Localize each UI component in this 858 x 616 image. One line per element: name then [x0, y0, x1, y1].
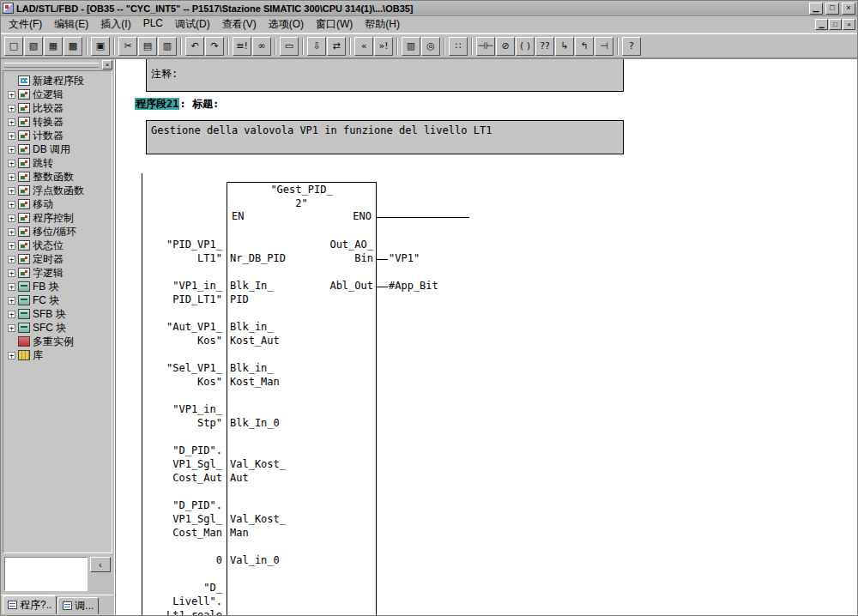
mdi-minimize-button[interactable]: ▁: [815, 19, 828, 30]
insert-contact-negated-button[interactable]: ⊘: [496, 37, 515, 56]
zoom-button[interactable]: ◎: [421, 37, 440, 56]
input-operand[interactable]: "D_Livell".Lt1 reale: [142, 582, 222, 615]
redo-button[interactable]: ↷: [205, 37, 224, 56]
menu-文件f[interactable]: 文件(F): [3, 15, 48, 33]
network-comment-box[interactable]: Gestione della valovola VP1 in funzione …: [146, 120, 624, 154]
print-button[interactable]: ▣: [91, 37, 110, 56]
expand-icon[interactable]: +: [8, 118, 15, 126]
expand-icon[interactable]: +: [8, 242, 15, 250]
go-next-button[interactable]: »!: [374, 37, 393, 56]
menu-帮助h[interactable]: 帮助(H): [359, 15, 406, 33]
open-button[interactable]: ▧: [24, 37, 43, 56]
symbol-info-button[interactable]: ≡!: [233, 37, 251, 56]
input-operand[interactable]: "VP1_in_Stp": [142, 403, 222, 431]
menu-插入i[interactable]: 插入(I): [94, 15, 136, 33]
panel-dock-strip[interactable]: ×: [1, 59, 114, 70]
address-overview-button[interactable]: ∷: [449, 37, 468, 56]
input-operand[interactable]: "Sel_VP1_Kos": [142, 362, 222, 390]
input-operand[interactable]: "VP1_in_PID_LT1": [142, 280, 222, 307]
cut-button[interactable]: ✂: [118, 37, 137, 56]
input-operand[interactable]: "D_PID".VP1_Sgl_Cost_Man: [142, 499, 222, 541]
fbd-editor[interactable]: 注释: 程序段21: 标题: Gestione della valovola V…: [115, 59, 857, 615]
expand-icon[interactable]: +: [8, 256, 15, 263]
expand-icon[interactable]: +: [8, 160, 15, 167]
ob-comment-box[interactable]: 注释:: [146, 59, 624, 92]
panel-close-icon[interactable]: ×: [102, 60, 112, 69]
expand-icon[interactable]: +: [8, 146, 15, 154]
input-operand[interactable]: "D_PID".VP1_Sgl_Cost_Aut: [142, 444, 222, 486]
minimize-button[interactable]: ▁: [809, 3, 823, 15]
input-operand[interactable]: "Aut_VP1_Kos": [142, 321, 222, 348]
catalog-item-float-functions[interactable]: +浮点数函数: [5, 184, 112, 197]
close-branch-button[interactable]: ↰: [575, 37, 594, 56]
save-all-button[interactable]: ▩: [63, 37, 82, 56]
input-operand[interactable]: 0: [142, 554, 222, 568]
view-split-button[interactable]: ▥: [402, 37, 420, 56]
catalog-item-shift-rotate[interactable]: +移位/循环: [5, 225, 112, 239]
catalog-item-converter[interactable]: +转换器: [5, 115, 112, 129]
expand-icon[interactable]: +: [8, 228, 15, 236]
overview-toggle-button[interactable]: ‹: [90, 557, 111, 572]
expand-icon[interactable]: +: [8, 283, 15, 291]
tab-program-elements[interactable]: 程序?..: [3, 595, 57, 614]
catalog-item-move[interactable]: +移动: [5, 197, 112, 211]
copy-button[interactable]: ▤: [138, 37, 157, 56]
catalog-item-bit-logic[interactable]: +位逻辑: [5, 88, 112, 101]
mdi-restore-button[interactable]: □: [829, 19, 842, 30]
close-button[interactable]: ×: [842, 3, 855, 15]
expand-icon[interactable]: +: [8, 105, 15, 112]
catalog-item-db-call[interactable]: +DB 调用: [5, 142, 112, 156]
catalog-item-fc-blocks[interactable]: +FC 块: [5, 293, 112, 307]
expand-icon[interactable]: +: [8, 214, 15, 222]
insert-contact-button[interactable]: ⊣⊢: [476, 37, 495, 56]
expand-icon[interactable]: +: [8, 201, 15, 208]
context-help-button[interactable]: ?: [622, 37, 641, 56]
menu-调试d[interactable]: 调试(D): [169, 15, 216, 33]
catalog-item-multi-instance[interactable]: 多重实例: [5, 335, 112, 348]
catalog-item-libraries[interactable]: +库: [5, 348, 112, 362]
input-operand[interactable]: "PID_VP1_LT1": [142, 239, 222, 266]
insert-coil-button[interactable]: ( ): [516, 37, 535, 56]
catalog-item-new-network[interactable]: 新建程序段: [5, 74, 112, 88]
expand-icon[interactable]: +: [8, 173, 15, 181]
catalog-item-sfc-blocks[interactable]: +SFC 块: [5, 321, 112, 335]
menu-选项o[interactable]: 选项(O): [263, 15, 310, 33]
tab-call-structure[interactable]: 调...: [57, 597, 99, 614]
maximize-button[interactable]: □: [825, 3, 839, 15]
expand-icon[interactable]: +: [8, 311, 15, 318]
save-button[interactable]: ▦: [44, 37, 63, 56]
overview-pane[interactable]: [4, 557, 88, 591]
catalog-item-comparator[interactable]: +比较器: [5, 101, 112, 115]
paste-button[interactable]: ▥: [158, 37, 177, 56]
new-button[interactable]: □: [4, 37, 23, 56]
open-branch-button[interactable]: ↳: [555, 37, 574, 56]
output-operand[interactable]: "VP1": [389, 252, 420, 264]
expand-icon[interactable]: +: [8, 132, 15, 140]
insert-empty-box-button[interactable]: ??: [535, 37, 554, 56]
expand-icon[interactable]: +: [8, 297, 15, 305]
catalog-item-status-bits[interactable]: +状态位: [5, 239, 112, 252]
drag-handle[interactable]: [4, 63, 99, 68]
mdi-close-button[interactable]: ×: [843, 19, 855, 30]
menu-窗口w[interactable]: 窗口(W): [310, 15, 359, 33]
undo-button[interactable]: ↶: [185, 37, 204, 56]
find-button[interactable]: ∞: [252, 37, 271, 56]
catalog-item-word-logic[interactable]: +字逻辑: [5, 266, 112, 280]
network-label[interactable]: 程序段21: [135, 98, 179, 110]
insert-input-button[interactable]: ⊣: [595, 37, 613, 56]
catalog-item-timers[interactable]: +定时器: [5, 252, 112, 266]
menu-plc[interactable]: PLC: [137, 15, 169, 33]
catalog-item-sfb-blocks[interactable]: +SFB 块: [5, 307, 112, 321]
catalog-item-fb-blocks[interactable]: +FB 块: [5, 280, 112, 293]
expand-icon[interactable]: +: [8, 187, 15, 195]
expand-icon[interactable]: +: [8, 324, 15, 332]
menu-查看v[interactable]: 查看(V): [216, 15, 263, 33]
download-button[interactable]: ⇩: [307, 37, 326, 56]
expand-icon[interactable]: +: [8, 352, 15, 359]
catalog-item-integer-functions[interactable]: +整数函数: [5, 170, 112, 184]
catalog-item-counter[interactable]: +计数器: [5, 129, 112, 142]
go-previous-button[interactable]: «: [354, 37, 373, 56]
expand-icon[interactable]: +: [8, 91, 15, 99]
new-network-button[interactable]: ▭: [280, 37, 299, 56]
output-operand[interactable]: #App_Bit: [389, 280, 438, 292]
